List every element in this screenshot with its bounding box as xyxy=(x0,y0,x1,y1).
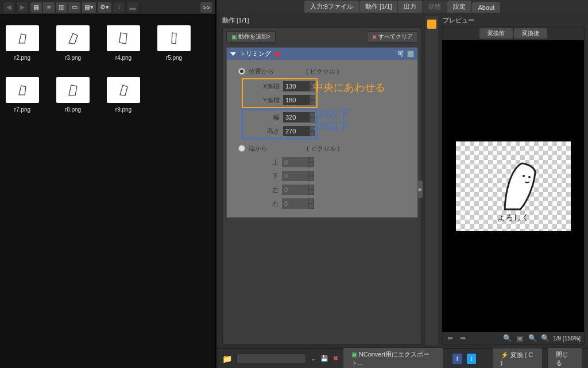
view-grid-icon[interactable]: ▦ xyxy=(30,2,42,13)
tab-input[interactable]: 入力:9ファイル xyxy=(304,1,359,13)
view-filmstrip-icon[interactable]: ▭ xyxy=(68,2,80,13)
actions-column: 動作 [1/1] ▣動作を追加> ✖すべてクリア トリミング 可 xyxy=(222,16,422,345)
twitter-icon[interactable]: t xyxy=(467,354,477,364)
right-label: 右 xyxy=(243,200,278,208)
file-thumbnail[interactable]: r3.png xyxy=(56,25,90,61)
right-spinner xyxy=(308,198,314,209)
preview-header: プレビュー xyxy=(442,16,585,25)
remove-action-icon[interactable] xyxy=(274,52,280,56)
bottom-spinner xyxy=(308,171,314,181)
h-label: 高さ xyxy=(244,127,280,136)
tab-output[interactable]: 出力 xyxy=(398,1,422,13)
preview-canvas: よろしく xyxy=(456,141,571,231)
footer-dropdown-arrow[interactable]: ⌄ xyxy=(311,355,316,362)
top-spinner xyxy=(308,157,314,167)
add-action-button[interactable]: ▣動作を追加> xyxy=(226,31,276,43)
prev-image-icon[interactable]: ⬅ xyxy=(446,334,455,343)
file-label: r8.png xyxy=(65,106,81,113)
actions-header: 動作 [1/1] xyxy=(222,16,422,25)
preview-doodle xyxy=(479,152,548,221)
right-input xyxy=(282,198,308,209)
h-input[interactable] xyxy=(283,126,310,136)
from-edge-label: 端から xyxy=(249,144,268,153)
nav-back-button[interactable]: ◀ xyxy=(2,2,15,13)
facebook-icon[interactable]: f xyxy=(452,354,462,364)
from-position-radio[interactable] xyxy=(238,68,245,75)
delete-script-icon[interactable]: ✖ xyxy=(333,355,338,362)
preview-tab-before[interactable]: 変換前 xyxy=(479,28,513,39)
y-spinner[interactable] xyxy=(310,95,315,105)
bottom-input xyxy=(282,171,308,181)
unit-label: ( ピクセル ) xyxy=(306,67,339,76)
left-spinner xyxy=(308,185,314,195)
bottom-label: 下 xyxy=(243,172,278,181)
panel-resize-handle[interactable] xyxy=(418,181,423,198)
file-label: r3.png xyxy=(65,55,81,61)
w-spinner[interactable] xyxy=(310,112,315,122)
script-dropdown[interactable] xyxy=(237,354,306,364)
preview-controls: ⬅ ➡ 🔍 ▣ 🔍 🔍 1/9 [156%] xyxy=(442,332,584,344)
save-script-icon[interactable]: 💾 xyxy=(320,355,328,362)
tab-about[interactable]: About xyxy=(472,2,500,13)
file-thumbnail[interactable]: r8.png xyxy=(56,77,90,113)
file-thumbnail[interactable]: r4.png xyxy=(107,25,140,61)
file-thumbnail[interactable]: r5.png xyxy=(157,25,191,61)
preview-column: プレビュー 変換前 変換後 xyxy=(442,16,585,345)
file-browser-toolbar: ◀ ▶ ▦ ≡ ▥ ▭ ▦▾ ⚙▾ ⇪ ▬ >> xyxy=(0,0,215,15)
main-tabs: 入力:9ファイル 動作 [1/1] 出力 状態 設定 About xyxy=(216,0,588,13)
y-input[interactable] xyxy=(283,95,310,105)
preview-caption: よろしく xyxy=(456,213,571,223)
zoom-out-icon[interactable]: 🔍 xyxy=(540,334,550,343)
view-columns-icon[interactable]: ▥ xyxy=(55,2,68,13)
action-title-bar[interactable]: トリミング 可 xyxy=(227,48,417,60)
svg-point-0 xyxy=(523,175,525,177)
file-label: r2.png xyxy=(14,55,30,61)
export-button[interactable]: ▣ NConvert用にエクスポート... xyxy=(343,347,443,369)
share-icon[interactable]: ⇪ xyxy=(113,2,125,13)
svg-point-1 xyxy=(528,176,531,178)
action-enable-label: 可 xyxy=(397,49,404,58)
x-label: X座標 xyxy=(244,82,280,91)
close-button[interactable]: 閉じる xyxy=(547,347,582,369)
zoom-fit-icon[interactable]: ▣ xyxy=(515,334,524,343)
tab-settings[interactable]: 設定 xyxy=(447,1,471,13)
file-label: r7.png xyxy=(14,106,30,113)
zoom-actual-icon[interactable]: 🔍 xyxy=(528,334,537,343)
toolbar-overflow-button[interactable]: >> xyxy=(200,2,213,13)
action-enable-checkbox[interactable] xyxy=(407,51,414,57)
preview-tab-after[interactable]: 変換後 xyxy=(514,28,547,39)
file-label: r4.png xyxy=(115,55,131,61)
annotation-w: 320以下 xyxy=(313,107,349,121)
clear-all-button[interactable]: ✖すべてクリア xyxy=(367,31,418,43)
h-spinner[interactable] xyxy=(310,126,315,136)
action-title-label: トリミング xyxy=(239,49,271,58)
from-edge-radio[interactable] xyxy=(238,145,245,152)
image-tab-current[interactable] xyxy=(427,20,436,29)
x-input[interactable] xyxy=(283,81,310,91)
folder-icon[interactable]: 📁 xyxy=(222,354,232,363)
annotation-h: 270以下 xyxy=(313,120,349,133)
collapse-icon[interactable] xyxy=(230,52,236,56)
w-input[interactable] xyxy=(283,112,310,122)
from-position-label: 位置から xyxy=(249,67,274,76)
convert-button[interactable]: ⚡ 変換 ( C ) xyxy=(492,348,543,368)
file-thumbnail[interactable]: r2.png xyxy=(6,25,39,61)
file-browser-panel: ◀ ▶ ▦ ≡ ▥ ▭ ▦▾ ⚙▾ ⇪ ▬ >> r2.png xyxy=(0,0,215,368)
editor-panel: 入力:9ファイル 動作 [1/1] 出力 状態 設定 About 動作 [1/1… xyxy=(215,0,588,368)
preview-canvas-area: よろしく xyxy=(442,40,584,332)
tag-icon[interactable]: ▬ xyxy=(126,2,139,13)
x-spinner[interactable] xyxy=(310,81,315,91)
file-thumbnail[interactable]: r7.png xyxy=(6,77,39,113)
thumbnail-grid: r2.png r3.png r4.png r5.png r7.png xyxy=(0,15,215,368)
left-input xyxy=(282,185,308,195)
file-thumbnail[interactable]: r9.png xyxy=(107,77,140,113)
tab-state[interactable]: 状態 xyxy=(423,1,447,13)
view-list-icon[interactable]: ≡ xyxy=(42,2,55,13)
next-image-icon[interactable]: ➡ xyxy=(458,334,467,343)
nav-forward-button[interactable]: ▶ xyxy=(16,2,29,13)
top-input xyxy=(282,157,308,167)
zoom-in-icon[interactable]: 🔍 xyxy=(502,334,512,343)
tab-action[interactable]: 動作 [1/1] xyxy=(359,1,397,13)
thumbnail-size-icon[interactable]: ▦▾ xyxy=(82,2,96,13)
settings-gear-icon[interactable]: ⚙▾ xyxy=(97,2,111,13)
